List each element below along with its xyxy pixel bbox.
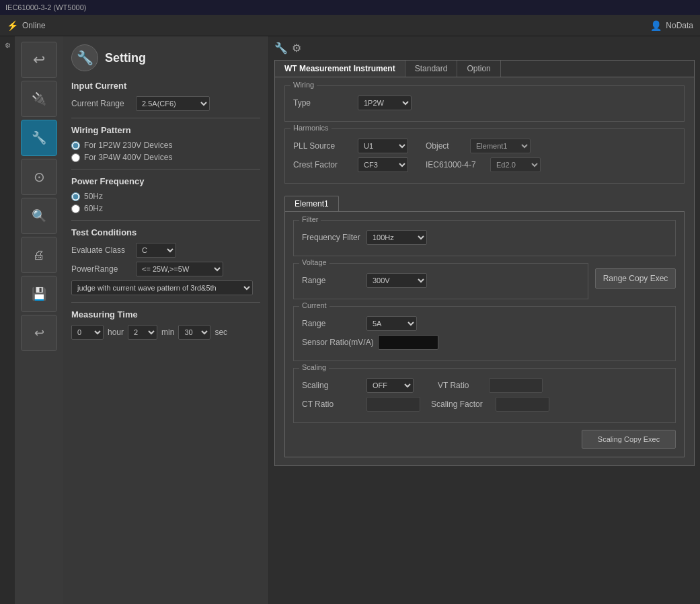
scaling-select[interactable]: OFF ON — [366, 378, 414, 393]
sidebar-item-logout[interactable]: ↩ — [21, 315, 57, 351]
ct-ratio-row: CT Ratio 1.0000 Scaling Factor 1.0000 — [302, 397, 667, 412]
current-range-row: Current Range 2.5A(CF6) 5A(CF3) 10A(CF3) — [71, 96, 260, 111]
print-icon: 🖨 — [33, 248, 45, 262]
element-content: Filter Frequency Filter 100Hz 200Hz 500H… — [284, 211, 685, 457]
title-bar: IEC61000-3-2 (WT5000) — [0, 0, 700, 15]
exit-icon: ↩ — [33, 51, 45, 69]
power-frequency-group: 50Hz 60Hz — [71, 192, 260, 213]
scaling-copy-exec-button[interactable]: Scaling Copy Exec — [582, 430, 676, 449]
right-panel: 🔧 ⚙ WT Measurement Instrument Standard O… — [269, 36, 700, 604]
sec-label: sec — [215, 328, 227, 337]
setting-title: Setting — [105, 51, 146, 65]
test-conditions-title: Test Conditions — [71, 227, 260, 237]
min-label: min — [161, 328, 174, 337]
frequency-filter-select[interactable]: 100Hz 200Hz 500Hz 1kHz — [366, 230, 427, 245]
pll-source-label: PLL Source — [293, 141, 354, 151]
scaling-label: Scaling — [302, 381, 362, 390]
meter-icon: ⊙ — [34, 169, 45, 185]
sidebar: ↩ 🔌 🔧 ⊙ 🔍 🖨 💾 ↩ — [15, 36, 63, 604]
measuring-time-row: 0 1 2 hour 0 1 2 3 min 0 10 20 30 sec — [71, 325, 260, 340]
wiring-pattern-title: Wiring Pattern — [71, 125, 260, 135]
crest-factor-label: Crest Factor — [293, 160, 354, 169]
harmonics-group: Harmonics PLL Source U1 U2 U3 Object Ele… — [284, 128, 685, 184]
wrench-icon: 🔧 — [32, 130, 46, 145]
sensor-ratio-row: Sensor Ratio(mV/A) 10.0000 — [302, 335, 667, 350]
wiring-3p4w-option[interactable]: For 3P4W 400V Devices — [71, 153, 260, 162]
sidebar-item-connection[interactable]: 🔌 — [21, 81, 57, 117]
current-range-wt-row: Range 1A 2A 5A 10A — [302, 316, 667, 331]
min-select[interactable]: 0 1 2 3 — [128, 325, 157, 340]
sidebar-item-search[interactable]: 🔍 — [21, 198, 57, 234]
settings-panel: 🔧 Setting Input Current Current Range 2.… — [63, 36, 268, 604]
wiring-type-label: Type — [293, 98, 354, 108]
harmonics-group-title: Harmonics — [290, 124, 332, 132]
tab-option-label: Option — [467, 64, 490, 73]
connection-icon: ⚡ — [7, 20, 18, 31]
connection-plug-icon: 🔌 — [32, 91, 46, 106]
tab-standard[interactable]: Standard — [405, 61, 458, 77]
sidebar-item-exit[interactable]: ↩ — [21, 42, 57, 78]
evaluate-class-label: Evaluate Class — [71, 246, 132, 255]
wiring-3p4w-label: For 3P4W 400V Devices — [84, 153, 172, 162]
tab-option[interactable]: Option — [457, 61, 500, 77]
frequency-filter-label: Frequency Filter — [302, 233, 362, 242]
nodata-label: NoData — [666, 21, 693, 30]
scaling-group-title: Scaling — [299, 363, 329, 371]
sidebar-item-meter[interactable]: ⊙ — [21, 159, 57, 195]
hour-label: hour — [108, 328, 124, 337]
sec-select[interactable]: 0 10 20 30 — [178, 325, 210, 340]
voltage-group-title: Voltage — [299, 258, 329, 266]
pll-source-select[interactable]: U1 U2 U3 — [358, 139, 408, 153]
crest-factor-row: Crest Factor CF6 CF3 IEC61000-4-7 Ed2.0 … — [293, 157, 676, 172]
power-range-label: PowerRange — [71, 264, 132, 274]
wiring-1p2w-label: For 1P2W 230V Devices — [84, 141, 172, 150]
wiring-group: Wiring Type 1P2W 3P3W 3P4W — [284, 85, 685, 122]
vt-ratio-input[interactable]: 1.0000 — [489, 378, 543, 393]
hour-select[interactable]: 0 1 2 — [71, 325, 104, 340]
judge-select[interactable]: judge with current wave pattern of 3rd&5… — [71, 280, 253, 295]
sidebar-item-setting[interactable]: 🔧 — [21, 120, 57, 156]
scaling-row: Scaling OFF ON VT Ratio 1.0000 — [302, 378, 667, 393]
current-group: Current Range 1A 2A 5A 10A Sensor Ratio(… — [293, 306, 676, 361]
current-range-wt-label: Range — [302, 319, 362, 328]
sensor-ratio-input[interactable]: 10.0000 — [378, 335, 438, 350]
iec-label: IEC61000-4-7 — [426, 160, 486, 169]
wiring-pattern-group: For 1P2W 230V Devices For 3P4W 400V Devi… — [71, 141, 260, 162]
current-range-select[interactable]: 2.5A(CF6) 5A(CF3) 10A(CF3) — [136, 96, 210, 111]
scaling-factor-input[interactable]: 1.0000 — [496, 397, 549, 412]
icon-bar: ⚙ — [0, 36, 15, 604]
ct-ratio-input[interactable]: 1.0000 — [366, 397, 420, 412]
logout-icon: ↩ — [34, 326, 44, 340]
judge-row: judge with current wave pattern of 3rd&5… — [71, 280, 260, 295]
tab-wt-label: WT Measurement Instrument — [284, 64, 395, 73]
freq-60hz-option[interactable]: 60Hz — [71, 204, 260, 213]
wiring-1p2w-option[interactable]: For 1P2W 230V Devices — [71, 141, 260, 150]
range-copy-exec-button[interactable]: Range Copy Exec — [595, 268, 676, 289]
ct-ratio-label: CT Ratio — [302, 400, 362, 409]
input-current-title: Input Current — [71, 81, 260, 91]
filter-group-title: Filter — [299, 215, 321, 223]
measuring-time-title: Measuring Time — [71, 309, 260, 319]
pll-source-row: PLL Source U1 U2 U3 Object Element1 Elem… — [293, 139, 676, 153]
object-label: Object — [426, 141, 466, 151]
small-icon: ⚙ — [5, 42, 11, 49]
tab-wt-measurement[interactable]: WT Measurement Instrument — [275, 61, 405, 77]
element-tab-label: Element1 — [295, 199, 329, 209]
crest-factor-select[interactable]: CF6 CF3 — [358, 157, 408, 172]
voltage-range-select[interactable]: 150V 300V 600V 1000V — [366, 273, 427, 288]
iec-select[interactable]: Ed2.0 Ed1.0 — [490, 157, 541, 172]
freq-60hz-label: 60Hz — [84, 204, 103, 213]
voltage-group: Voltage Range 150V 300V 600V 1000V — [293, 263, 588, 299]
power-range-select[interactable]: <= 25W,>=5W > 25W < 5W — [136, 262, 223, 276]
current-range-wt-select[interactable]: 1A 2A 5A 10A — [366, 316, 417, 331]
element-tab-btn[interactable]: Element1 — [284, 196, 339, 211]
freq-50hz-option[interactable]: 50Hz — [71, 192, 260, 201]
evaluate-class-select[interactable]: A B C D — [136, 243, 176, 258]
object-select[interactable]: Element1 Element2 — [470, 139, 531, 153]
wiring-type-select[interactable]: 1P2W 3P3W 3P4W — [358, 96, 412, 110]
sidebar-item-save[interactable]: 💾 — [21, 276, 57, 312]
sidebar-item-print[interactable]: 🖨 — [21, 237, 57, 273]
scaling-group: Scaling Scaling OFF ON VT Ratio 1.0000 C… — [293, 368, 676, 423]
floppy-icon: 💾 — [32, 287, 46, 301]
wiring-group-title: Wiring — [290, 81, 317, 89]
